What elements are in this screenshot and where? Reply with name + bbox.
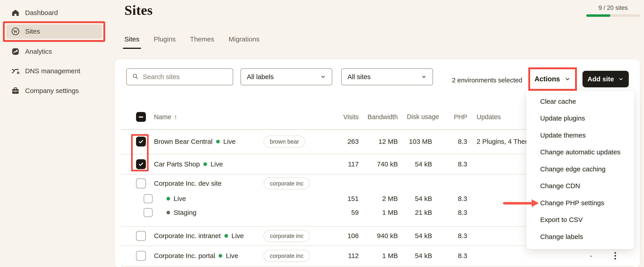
sidebar-item-company-settings[interactable]: Company settings bbox=[11, 84, 79, 98]
sidebar-item-dashboard[interactable]: Dashboard bbox=[11, 6, 58, 20]
disk-usage-value: 54 kB bbox=[415, 252, 432, 259]
page-title: Sites bbox=[124, 2, 153, 18]
php-version-value: 8.3 bbox=[458, 195, 467, 202]
menu-item-change-cdn[interactable]: Change CDN bbox=[526, 178, 634, 195]
row-checkbox-unchecked[interactable] bbox=[144, 208, 152, 217]
annotation-arrow bbox=[503, 202, 532, 204]
visits-value: 263 bbox=[348, 138, 359, 145]
column-header-bandwidth[interactable]: Bandwidth bbox=[368, 113, 398, 121]
row-checkbox-unchecked[interactable] bbox=[136, 178, 146, 188]
column-header-disk-usage[interactable]: Disk usage bbox=[406, 112, 440, 121]
indeterminate-mark-icon bbox=[139, 116, 143, 118]
site-name[interactable]: Corporate Inc. intranet bbox=[154, 232, 221, 240]
menu-item-change-php-settings[interactable]: Change PHP settings bbox=[526, 194, 634, 211]
live-status-dot bbox=[166, 197, 170, 200]
disk-usage-value: 103 MB bbox=[409, 138, 432, 145]
tab-sites[interactable]: Sites bbox=[124, 35, 140, 49]
select-all-checkbox[interactable] bbox=[136, 112, 146, 122]
home-icon bbox=[11, 9, 20, 17]
visits-value: 106 bbox=[348, 232, 359, 240]
row-checkbox-unchecked[interactable] bbox=[136, 251, 146, 261]
menu-item-change-edge-caching[interactable]: Change edge caching bbox=[526, 161, 634, 178]
sites-filter-select[interactable]: All sites bbox=[341, 68, 433, 85]
actions-button[interactable]: Actions bbox=[534, 75, 571, 83]
site-label-tag: corporate inc bbox=[264, 177, 310, 189]
add-site-button-label: Add site bbox=[588, 75, 614, 83]
php-version-value: 8.3 bbox=[458, 252, 467, 259]
sort-ascending-icon: ↑ bbox=[174, 113, 177, 121]
wordpress-icon: W bbox=[11, 27, 20, 36]
disk-usage-value: 54 kB bbox=[415, 195, 432, 202]
sidebar: Dashboard W Sites Analytics bbox=[0, 0, 113, 267]
sites-usage: 9 / 20 sites bbox=[586, 5, 640, 17]
sidebar-item-sites[interactable]: W Sites bbox=[11, 24, 40, 39]
chevron-down-icon bbox=[320, 74, 326, 80]
search-input[interactable] bbox=[143, 73, 227, 81]
environment-label: Live bbox=[210, 160, 223, 168]
live-status-dot bbox=[204, 162, 207, 166]
menu-item-update-plugins[interactable]: Update plugins bbox=[526, 110, 634, 127]
row-checkbox-unchecked[interactable] bbox=[144, 194, 152, 203]
menu-item-export-to-csv[interactable]: Export to CSV bbox=[526, 211, 634, 228]
sidebar-item-label: Dashboard bbox=[25, 9, 58, 17]
annotation-box-checkboxes bbox=[131, 134, 148, 171]
staging-status-dot bbox=[166, 211, 170, 214]
environment-label: Live bbox=[232, 232, 244, 240]
row-divider bbox=[121, 266, 633, 266]
svg-text:W: W bbox=[14, 29, 18, 34]
site-name[interactable]: Brown Bear Central bbox=[154, 138, 212, 145]
disk-usage-value: 54 kB bbox=[415, 160, 432, 168]
briefcase-icon bbox=[11, 87, 20, 95]
sidebar-item-label: Company settings bbox=[25, 87, 79, 95]
bandwidth-value: 1 MB bbox=[382, 209, 398, 216]
tab-bar: Sites Plugins Themes Migrations bbox=[124, 35, 260, 49]
menu-item-change-automatic-updates[interactable]: Change automatic updates bbox=[526, 144, 634, 161]
site-label-tag: corporate inc bbox=[264, 250, 310, 262]
add-site-button[interactable]: Add site bbox=[582, 71, 629, 87]
tab-plugins[interactable]: Plugins bbox=[154, 35, 176, 49]
updates-value: - bbox=[590, 252, 592, 259]
php-version-value: 8.3 bbox=[458, 232, 467, 240]
environment-label: Live bbox=[223, 138, 236, 145]
tab-migrations[interactable]: Migrations bbox=[228, 35, 259, 49]
usage-label: 9 / 20 sites bbox=[586, 5, 640, 12]
column-header-php[interactable]: PHP bbox=[454, 113, 467, 121]
site-name[interactable]: Car Parts Shop bbox=[154, 160, 200, 168]
php-version-value: 8.3 bbox=[458, 160, 467, 168]
labels-filter-select[interactable]: All labels bbox=[240, 68, 332, 85]
site-name[interactable]: Corporate Inc. portal bbox=[154, 252, 215, 259]
sites-filter-value: All sites bbox=[348, 73, 370, 81]
visits-value: 59 bbox=[351, 209, 359, 216]
site-name[interactable]: Corporate Inc. dev site bbox=[154, 180, 222, 187]
environment-label: Live bbox=[226, 252, 238, 259]
selection-count: 2 environments selected bbox=[452, 77, 522, 84]
sidebar-item-label: DNS management bbox=[25, 67, 80, 75]
live-status-dot bbox=[218, 254, 222, 257]
menu-item-update-themes[interactable]: Update themes bbox=[526, 127, 634, 144]
bandwidth-value: 2 MB bbox=[382, 195, 398, 202]
sidebar-item-dns[interactable]: DNS management bbox=[11, 64, 80, 78]
bandwidth-value: 1 MB bbox=[382, 252, 398, 259]
kebab-menu-icon[interactable] bbox=[613, 250, 618, 261]
visits-value: 112 bbox=[348, 252, 359, 259]
sidebar-item-analytics[interactable]: Analytics bbox=[11, 44, 52, 59]
row-checkbox-unchecked[interactable] bbox=[136, 231, 146, 241]
bandwidth-value: 940 kB bbox=[377, 232, 398, 240]
environment-label[interactable]: Staging bbox=[174, 209, 196, 216]
column-header-visits[interactable]: Visits bbox=[343, 113, 359, 121]
dns-icon bbox=[11, 67, 20, 75]
disk-usage-value: 54 kB bbox=[415, 232, 432, 240]
site-label-tag: corporate inc bbox=[264, 230, 310, 242]
site-label-tag: brown bear bbox=[264, 136, 305, 148]
menu-item-clear-cache[interactable]: Clear cache bbox=[526, 93, 634, 110]
php-version-value: 8.3 bbox=[458, 138, 467, 145]
bandwidth-value: 12 MB bbox=[378, 138, 398, 145]
column-header-name[interactable]: Name ↑ bbox=[154, 113, 177, 121]
column-header-updates[interactable]: Updates bbox=[476, 113, 501, 121]
actions-button-label: Actions bbox=[534, 75, 560, 83]
tab-themes[interactable]: Themes bbox=[190, 35, 214, 49]
annotation-box-actions: Actions bbox=[528, 67, 577, 91]
environment-label[interactable]: Live bbox=[174, 195, 186, 202]
analytics-icon bbox=[11, 47, 20, 56]
menu-item-change-labels[interactable]: Change labels bbox=[526, 228, 634, 245]
